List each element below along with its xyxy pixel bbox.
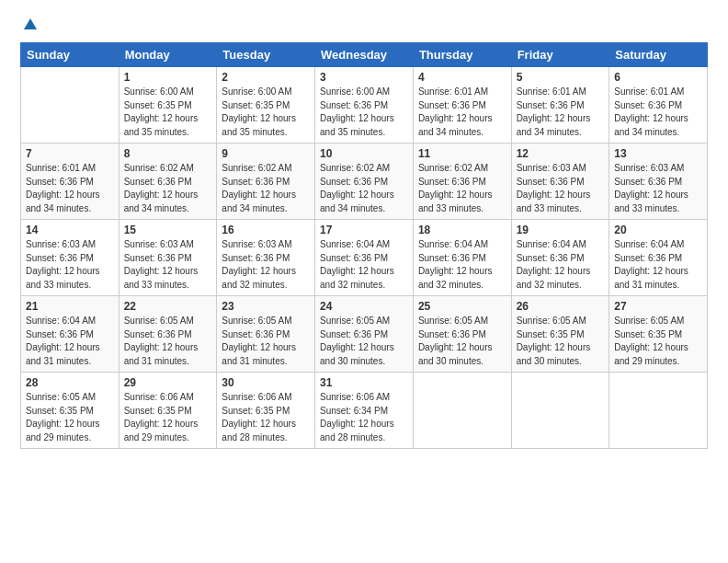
day-info: Sunrise: 6:04 AMSunset: 6:36 PMDaylight:…	[26, 315, 114, 368]
day-info: Sunrise: 6:05 AMSunset: 6:35 PMDaylight:…	[26, 391, 114, 444]
calendar-week-row: 14Sunrise: 6:03 AMSunset: 6:36 PMDayligh…	[21, 220, 708, 296]
calendar-cell: 3Sunrise: 6:00 AMSunset: 6:36 PMDaylight…	[315, 67, 414, 144]
calendar-cell: 18Sunrise: 6:04 AMSunset: 6:36 PMDayligh…	[413, 220, 511, 296]
day-number: 22	[124, 300, 212, 313]
day-info: Sunrise: 6:05 AMSunset: 6:35 PMDaylight:…	[614, 315, 702, 368]
calendar-cell: 14Sunrise: 6:03 AMSunset: 6:36 PMDayligh…	[21, 220, 119, 296]
day-number: 11	[418, 147, 506, 160]
calendar-cell: 5Sunrise: 6:01 AMSunset: 6:36 PMDaylight…	[511, 67, 609, 144]
day-info: Sunrise: 6:05 AMSunset: 6:35 PMDaylight:…	[517, 315, 605, 368]
day-number: 12	[517, 147, 605, 160]
day-number: 13	[614, 147, 702, 160]
day-number: 19	[517, 224, 605, 236]
weekday-header: Tuesday	[217, 43, 315, 67]
logo-icon	[22, 17, 39, 33]
day-info: Sunrise: 6:01 AMSunset: 6:36 PMDaylight:…	[418, 86, 506, 139]
day-number: 8	[124, 147, 212, 160]
day-number: 9	[222, 147, 310, 160]
day-info: Sunrise: 6:05 AMSunset: 6:36 PMDaylight:…	[124, 315, 212, 368]
day-number: 17	[320, 224, 408, 236]
weekday-header: Sunday	[21, 43, 119, 67]
day-info: Sunrise: 6:03 AMSunset: 6:36 PMDaylight:…	[517, 162, 605, 215]
day-info: Sunrise: 6:06 AMSunset: 6:35 PMDaylight:…	[222, 391, 310, 444]
calendar-cell: 26Sunrise: 6:05 AMSunset: 6:35 PMDayligh…	[511, 296, 609, 373]
calendar-cell: 13Sunrise: 6:03 AMSunset: 6:36 PMDayligh…	[609, 144, 708, 220]
day-number: 26	[517, 300, 605, 313]
day-info: Sunrise: 6:00 AMSunset: 6:36 PMDaylight:…	[320, 86, 408, 139]
calendar-cell: 8Sunrise: 6:02 AMSunset: 6:36 PMDaylight…	[119, 144, 217, 220]
weekday-header: Saturday	[609, 43, 708, 67]
calendar-cell: 30Sunrise: 6:06 AMSunset: 6:35 PMDayligh…	[217, 373, 315, 449]
day-number: 14	[26, 224, 114, 236]
weekday-header: Friday	[511, 43, 609, 67]
day-number: 20	[614, 224, 702, 236]
day-number: 30	[222, 376, 310, 389]
day-info: Sunrise: 6:03 AMSunset: 6:36 PMDaylight:…	[26, 238, 114, 292]
calendar-cell: 22Sunrise: 6:05 AMSunset: 6:36 PMDayligh…	[119, 296, 217, 373]
day-info: Sunrise: 6:05 AMSunset: 6:36 PMDaylight:…	[320, 315, 408, 368]
calendar-cell	[511, 373, 609, 449]
day-info: Sunrise: 6:06 AMSunset: 6:35 PMDaylight:…	[124, 391, 212, 444]
day-number: 27	[614, 300, 702, 313]
calendar-cell: 28Sunrise: 6:05 AMSunset: 6:35 PMDayligh…	[21, 373, 119, 449]
calendar-cell: 19Sunrise: 6:04 AMSunset: 6:36 PMDayligh…	[511, 220, 609, 296]
weekday-header: Wednesday	[315, 43, 414, 67]
day-number: 7	[26, 147, 114, 160]
calendar-cell: 12Sunrise: 6:03 AMSunset: 6:36 PMDayligh…	[511, 144, 609, 220]
logo	[20, 17, 39, 33]
day-number: 16	[222, 224, 310, 236]
calendar-cell: 1Sunrise: 6:00 AMSunset: 6:35 PMDaylight…	[119, 67, 217, 144]
calendar: SundayMondayTuesdayWednesdayThursdayFrid…	[20, 42, 708, 449]
day-info: Sunrise: 6:02 AMSunset: 6:36 PMDaylight:…	[124, 162, 212, 215]
page: SundayMondayTuesdayWednesdayThursdayFrid…	[0, 0, 728, 460]
day-info: Sunrise: 6:06 AMSunset: 6:34 PMDaylight:…	[320, 391, 408, 444]
calendar-cell: 6Sunrise: 6:01 AMSunset: 6:36 PMDaylight…	[609, 67, 708, 144]
day-info: Sunrise: 6:03 AMSunset: 6:36 PMDaylight:…	[124, 238, 212, 292]
calendar-cell: 23Sunrise: 6:05 AMSunset: 6:36 PMDayligh…	[217, 296, 315, 373]
day-number: 4	[418, 71, 506, 84]
day-info: Sunrise: 6:01 AMSunset: 6:36 PMDaylight:…	[517, 86, 605, 139]
calendar-cell: 27Sunrise: 6:05 AMSunset: 6:35 PMDayligh…	[609, 296, 708, 373]
calendar-cell: 15Sunrise: 6:03 AMSunset: 6:36 PMDayligh…	[119, 220, 217, 296]
weekday-header: Monday	[119, 43, 217, 67]
day-number: 28	[26, 376, 114, 389]
day-info: Sunrise: 6:02 AMSunset: 6:36 PMDaylight:…	[222, 162, 310, 215]
day-number: 5	[517, 71, 605, 84]
day-number: 10	[320, 147, 408, 160]
day-number: 24	[320, 300, 408, 313]
day-number: 6	[614, 71, 702, 84]
calendar-cell	[21, 67, 119, 144]
day-info: Sunrise: 6:05 AMSunset: 6:36 PMDaylight:…	[418, 315, 506, 368]
weekday-header: Thursday	[413, 43, 511, 67]
calendar-week-row: 1Sunrise: 6:00 AMSunset: 6:35 PMDaylight…	[21, 67, 708, 144]
calendar-cell: 9Sunrise: 6:02 AMSunset: 6:36 PMDaylight…	[217, 144, 315, 220]
day-info: Sunrise: 6:02 AMSunset: 6:36 PMDaylight:…	[320, 162, 408, 215]
calendar-cell: 21Sunrise: 6:04 AMSunset: 6:36 PMDayligh…	[21, 296, 119, 373]
day-number: 23	[222, 300, 310, 313]
day-info: Sunrise: 6:04 AMSunset: 6:36 PMDaylight:…	[517, 238, 605, 292]
calendar-week-row: 28Sunrise: 6:05 AMSunset: 6:35 PMDayligh…	[21, 373, 708, 449]
calendar-cell: 10Sunrise: 6:02 AMSunset: 6:36 PMDayligh…	[315, 144, 414, 220]
day-info: Sunrise: 6:01 AMSunset: 6:36 PMDaylight:…	[26, 162, 114, 215]
svg-marker-0	[24, 18, 37, 29]
day-info: Sunrise: 6:00 AMSunset: 6:35 PMDaylight:…	[222, 86, 310, 139]
header	[20, 17, 708, 33]
day-info: Sunrise: 6:05 AMSunset: 6:36 PMDaylight:…	[222, 315, 310, 368]
calendar-cell: 16Sunrise: 6:03 AMSunset: 6:36 PMDayligh…	[217, 220, 315, 296]
day-number: 3	[320, 71, 408, 84]
day-info: Sunrise: 6:03 AMSunset: 6:36 PMDaylight:…	[614, 162, 702, 215]
day-info: Sunrise: 6:02 AMSunset: 6:36 PMDaylight:…	[418, 162, 506, 215]
calendar-week-row: 7Sunrise: 6:01 AMSunset: 6:36 PMDaylight…	[21, 144, 708, 220]
calendar-cell: 25Sunrise: 6:05 AMSunset: 6:36 PMDayligh…	[413, 296, 511, 373]
calendar-week-row: 21Sunrise: 6:04 AMSunset: 6:36 PMDayligh…	[21, 296, 708, 373]
calendar-cell: 24Sunrise: 6:05 AMSunset: 6:36 PMDayligh…	[315, 296, 414, 373]
calendar-cell	[413, 373, 511, 449]
calendar-cell: 20Sunrise: 6:04 AMSunset: 6:36 PMDayligh…	[609, 220, 708, 296]
day-info: Sunrise: 6:04 AMSunset: 6:36 PMDaylight:…	[320, 238, 408, 292]
day-number: 25	[418, 300, 506, 313]
calendar-header-row: SundayMondayTuesdayWednesdayThursdayFrid…	[21, 43, 708, 67]
day-info: Sunrise: 6:01 AMSunset: 6:36 PMDaylight:…	[614, 86, 702, 139]
day-number: 1	[124, 71, 212, 84]
calendar-cell: 11Sunrise: 6:02 AMSunset: 6:36 PMDayligh…	[413, 144, 511, 220]
calendar-cell	[609, 373, 708, 449]
